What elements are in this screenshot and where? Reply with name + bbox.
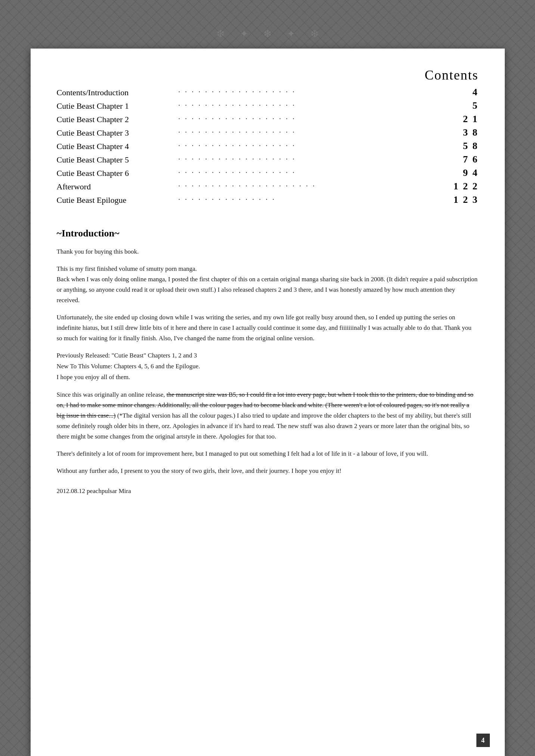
intro-para-final1: There's definitely a lot of room for imp… (57, 449, 479, 459)
toc-page-ch1: 5 (456, 100, 479, 111)
toc-page-ch4: 5 8 (456, 140, 479, 152)
main-page: Contents Contents/Introduction · · · · ·… (31, 49, 505, 756)
snowflake-left: ❄ (216, 28, 225, 40)
toc-label-intro: Contents/Introduction (57, 88, 176, 97)
toc-label-ch5: Cutie Beast Chapter 5 (57, 155, 176, 165)
intro-para-strikethrough: Since this was originally an online rele… (57, 390, 479, 442)
toc-label-ch3: Cutie Beast Chapter 3 (57, 128, 176, 138)
snowflake-center-right: ✦ (287, 28, 295, 40)
toc-page-afterword: 1 2 2 (454, 181, 479, 192)
contents-title: Contents (57, 67, 479, 83)
intro-para-final2: Without any further ado, I present to yo… (57, 466, 479, 476)
toc-dots-ch1: · · · · · · · · · · · · · · · · · · (176, 101, 456, 110)
toc-page-intro: 4 (456, 87, 479, 98)
toc-dots-afterword: · · · · · · · · · · · · · · · · · · · · … (176, 182, 454, 190)
toc-page-ch5: 7 6 (456, 154, 479, 165)
top-decoration: ❄ ✦ ❄ ✦ ❄ (31, 22, 505, 45)
toc-row-ch4: Cutie Beast Chapter 4 · · · · · · · · · … (57, 140, 479, 152)
toc-dots-ch6: · · · · · · · · · · · · · · · · · · (176, 168, 456, 177)
signature: 2012.08.12 peachpulsar Mira (57, 487, 479, 495)
toc-page-epilogue: 1 2 3 (454, 194, 479, 205)
toc-page-ch2: 2 1 (456, 114, 479, 125)
page-number: 4 (476, 734, 490, 747)
toc-dots-epilogue: · · · · · · · · · · · · · · · (176, 195, 454, 204)
toc-row-ch3: Cutie Beast Chapter 3 · · · · · · · · · … (57, 127, 479, 138)
toc-label-ch4: Cutie Beast Chapter 4 (57, 142, 176, 151)
toc-dots-ch2: · · · · · · · · · · · · · · · · · · (176, 115, 456, 123)
toc-row-intro: Contents/Introduction · · · · · · · · · … (57, 87, 479, 98)
released-info: Previously Released: "Cutie Beast" Chapt… (57, 350, 479, 383)
contents-section: Contents Contents/Introduction · · · · ·… (57, 67, 479, 205)
snowflake-right: ❄ (310, 28, 319, 40)
toc-page-ch3: 3 8 (456, 127, 479, 138)
introduction-section: ~Introduction~ Thank you for buying this… (57, 228, 479, 495)
toc-label-ch1: Cutie Beast Chapter 1 (57, 101, 176, 111)
toc-dots-ch5: · · · · · · · · · · · · · · · · · · (176, 155, 456, 164)
introduction-title: ~Introduction~ (57, 228, 479, 239)
toc-row-ch5: Cutie Beast Chapter 5 · · · · · · · · · … (57, 154, 479, 165)
toc-row-ch1: Cutie Beast Chapter 1 · · · · · · · · · … (57, 100, 479, 111)
strikethrough-text: the manuscript size was B5, so I could f… (57, 391, 474, 419)
snowflake-center: ❄ (263, 28, 272, 40)
toc-label-ch2: Cutie Beast Chapter 2 (57, 115, 176, 124)
intro-para-3: Unfortunately, the site ended up closing… (57, 312, 479, 344)
toc-row-afterword: Afterword · · · · · · · · · · · · · · · … (57, 181, 479, 192)
toc-row-epilogue: Cutie Beast Epilogue · · · · · · · · · ·… (57, 194, 479, 205)
snowflake-center-left: ✦ (240, 28, 248, 40)
toc-label-afterword: Afterword (57, 182, 176, 192)
intro-para-1: Thank you for buying this book. (57, 247, 479, 257)
intro-para-2: This is my first finished volume of smut… (57, 264, 479, 306)
toc-dots-ch3: · · · · · · · · · · · · · · · · · · (176, 128, 456, 137)
toc-dots-intro: · · · · · · · · · · · · · · · · · · (176, 88, 456, 96)
toc-label-ch6: Cutie Beast Chapter 6 (57, 168, 176, 178)
toc-label-epilogue: Cutie Beast Epilogue (57, 195, 176, 205)
page-wrapper: ❄ ✦ ❄ ✦ ❄ Contents Contents/Introduction… (31, 22, 505, 756)
toc-dots-ch4: · · · · · · · · · · · · · · · · · · (176, 142, 456, 150)
toc-row-ch6: Cutie Beast Chapter 6 · · · · · · · · · … (57, 167, 479, 179)
toc-row-ch2: Cutie Beast Chapter 2 · · · · · · · · · … (57, 114, 479, 125)
toc-page-ch6: 9 4 (456, 167, 479, 179)
